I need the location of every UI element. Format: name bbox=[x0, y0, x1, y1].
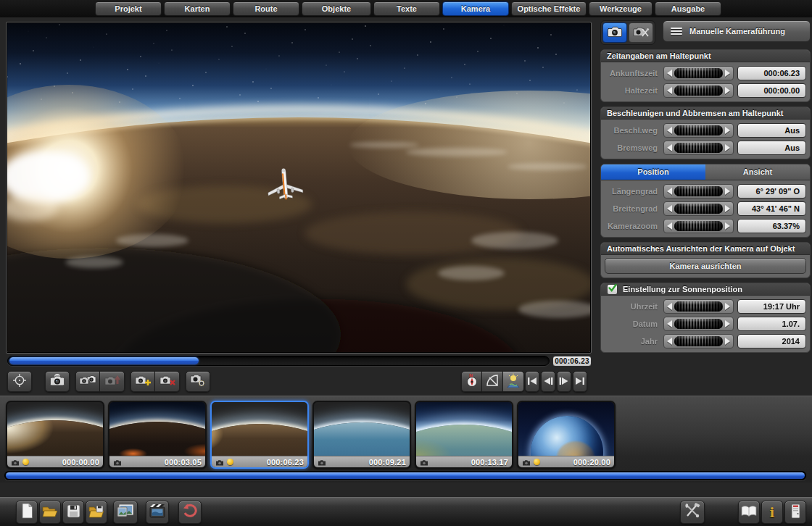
datum-value[interactable]: 1.07. bbox=[737, 317, 806, 331]
previous-point-button[interactable] bbox=[541, 371, 555, 392]
camera-settings-button[interactable] bbox=[186, 371, 210, 392]
tools-button[interactable] bbox=[680, 501, 705, 524]
jahr-roller[interactable] bbox=[674, 336, 723, 346]
laengengrad-roller[interactable] bbox=[674, 186, 723, 196]
image-export-button[interactable] bbox=[113, 501, 138, 524]
ankunftszeit-value[interactable]: 000:06.23 bbox=[737, 66, 806, 80]
beschlweg-stepper[interactable] bbox=[663, 123, 734, 138]
manual-button[interactable] bbox=[738, 501, 760, 524]
ankunftszeit-stepper[interactable] bbox=[663, 66, 734, 80]
decrement-arrow-icon[interactable] bbox=[667, 70, 672, 77]
new-project-button[interactable] bbox=[16, 501, 38, 524]
save-project-as-button[interactable] bbox=[86, 501, 107, 524]
viewport-scene[interactable] bbox=[7, 23, 590, 352]
tab-projekt[interactable]: Projekt bbox=[95, 1, 162, 16]
record-camera-button[interactable] bbox=[45, 371, 70, 392]
keyframe-thumbnail-2[interactable]: 000:03.05 bbox=[108, 401, 207, 469]
uhrzeit-roller[interactable] bbox=[674, 301, 723, 312]
angle-button[interactable] bbox=[482, 371, 503, 392]
increment-arrow-icon[interactable] bbox=[725, 205, 730, 212]
increment-arrow-icon[interactable] bbox=[725, 338, 730, 345]
jahr-value[interactable]: 2014 bbox=[737, 334, 806, 348]
breitengrad-value[interactable]: 43° 41' 46" N bbox=[737, 201, 806, 216]
keyframe-thumbnail-6[interactable]: 000:20.00 bbox=[517, 401, 616, 469]
increment-arrow-icon[interactable] bbox=[725, 188, 730, 195]
timeline-scrollbar-thumb[interactable] bbox=[6, 472, 805, 479]
beschlweg-value[interactable]: Aus bbox=[737, 123, 806, 138]
first-point-button[interactable] bbox=[525, 371, 539, 392]
timeline-scrollbar[interactable] bbox=[4, 471, 806, 480]
datum-roller[interactable] bbox=[674, 319, 723, 329]
manual-camera-mode-button[interactable] bbox=[602, 22, 627, 43]
tab-texte[interactable]: Texte bbox=[373, 1, 440, 16]
increment-arrow-icon[interactable] bbox=[725, 127, 730, 134]
viewport-progress-track[interactable] bbox=[7, 356, 550, 366]
decrement-arrow-icon[interactable] bbox=[667, 144, 672, 151]
kamerazoom-value[interactable]: 63.37% bbox=[737, 219, 806, 233]
increment-arrow-icon[interactable] bbox=[725, 87, 730, 94]
kamera-ausrichten-button[interactable]: Kamera ausrichten bbox=[605, 258, 806, 274]
increment-arrow-icon[interactable] bbox=[725, 320, 730, 327]
haltezeit-stepper[interactable] bbox=[663, 83, 734, 98]
haltezeit-value[interactable]: 000:00.00 bbox=[737, 83, 806, 98]
tab-werkzeuge[interactable]: Werkzeuge bbox=[589, 1, 652, 16]
increment-arrow-icon[interactable] bbox=[725, 70, 730, 77]
kamerazoom-roller[interactable] bbox=[674, 221, 723, 231]
tab-position[interactable]: Position bbox=[601, 164, 705, 180]
keyframe-thumbnail-4[interactable]: 000:09.21 bbox=[312, 401, 411, 469]
ankunftszeit-roller[interactable] bbox=[674, 68, 723, 78]
uhrzeit-stepper[interactable] bbox=[663, 299, 734, 314]
keyframe-thumbnail-1[interactable]: 000:00.00 bbox=[6, 401, 104, 469]
keyframe-thumbnail-5[interactable]: 000:13.17 bbox=[415, 401, 513, 469]
video-preview-button[interactable] bbox=[146, 501, 169, 524]
delete-camera-button[interactable] bbox=[155, 371, 180, 392]
increment-arrow-icon[interactable] bbox=[725, 222, 730, 230]
decrement-arrow-icon[interactable] bbox=[667, 338, 672, 345]
exit-button[interactable] bbox=[784, 501, 806, 524]
increment-arrow-icon[interactable] bbox=[725, 144, 730, 151]
sonnenposition-checkbox[interactable] bbox=[607, 284, 618, 295]
bremsweg-stepper[interactable] bbox=[663, 141, 734, 155]
breitengrad-stepper[interactable] bbox=[663, 201, 734, 216]
tab-ausgabe[interactable]: Ausgabe bbox=[655, 1, 721, 16]
camera-tools-mode-button[interactable] bbox=[629, 22, 653, 43]
datum-stepper[interactable] bbox=[663, 317, 734, 331]
decrement-arrow-icon[interactable] bbox=[667, 127, 672, 134]
viewport-progress-fill[interactable] bbox=[9, 357, 199, 364]
decrement-arrow-icon[interactable] bbox=[667, 205, 672, 212]
increment-arrow-icon[interactable] bbox=[725, 303, 730, 310]
tab-objekte[interactable]: Objekte bbox=[302, 1, 371, 16]
info-button[interactable]: i bbox=[761, 501, 783, 524]
laengengrad-value[interactable]: 6° 29' 09" O bbox=[737, 184, 806, 199]
decrement-arrow-icon[interactable] bbox=[667, 320, 672, 327]
target-mode-button[interactable] bbox=[7, 371, 32, 392]
tab-kamera[interactable]: Kamera bbox=[442, 1, 509, 16]
add-camera-button[interactable] bbox=[130, 371, 155, 392]
camera-guidance-mode-button[interactable]: Manuelle Kameraführung bbox=[663, 20, 811, 42]
last-point-button[interactable] bbox=[573, 371, 587, 392]
camera-pair-button[interactable] bbox=[75, 371, 100, 392]
tab-route[interactable]: Route bbox=[233, 1, 299, 16]
decrement-arrow-icon[interactable] bbox=[667, 303, 672, 310]
tab-optische-effekte[interactable]: Optische Effekte bbox=[511, 1, 587, 16]
beschlweg-roller[interactable] bbox=[674, 125, 723, 135]
compass-button[interactable]: N bbox=[461, 371, 482, 392]
breitengrad-roller[interactable] bbox=[674, 204, 723, 214]
undo-button[interactable] bbox=[178, 501, 202, 524]
decrement-arrow-icon[interactable] bbox=[667, 87, 672, 94]
tab-karten[interactable]: Karten bbox=[164, 1, 231, 16]
haltezeit-roller[interactable] bbox=[674, 85, 723, 96]
jahr-stepper[interactable] bbox=[663, 334, 734, 348]
bremsweg-value[interactable]: Aus bbox=[737, 141, 806, 155]
bremsweg-roller[interactable] bbox=[674, 143, 723, 153]
save-project-button[interactable] bbox=[62, 501, 84, 524]
uhrzeit-value[interactable]: 19:17 Uhr bbox=[737, 299, 806, 314]
next-point-button[interactable] bbox=[557, 371, 571, 392]
kamerazoom-stepper[interactable] bbox=[663, 219, 734, 233]
camera-up-button[interactable] bbox=[100, 371, 125, 392]
sun-position-button[interactable] bbox=[503, 371, 524, 392]
decrement-arrow-icon[interactable] bbox=[667, 188, 672, 195]
decrement-arrow-icon[interactable] bbox=[667, 222, 672, 230]
open-project-button[interactable] bbox=[39, 501, 61, 524]
laengengrad-stepper[interactable] bbox=[663, 184, 734, 199]
